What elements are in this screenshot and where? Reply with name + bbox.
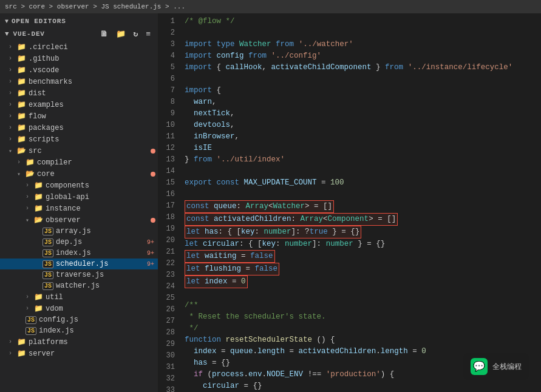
chevron-icon: › bbox=[9, 339, 17, 345]
line-number: 25 bbox=[163, 292, 175, 304]
folder-icon: 📁 bbox=[34, 181, 43, 190]
tree-item-vscode[interactable]: ›📁.vscode bbox=[0, 64, 158, 76]
tree-item-github[interactable]: ›📁.github bbox=[0, 53, 158, 64]
tree-item-compiler[interactable]: ›📁compiler bbox=[0, 157, 158, 168]
tree-item-platforms[interactable]: ›📁platforms bbox=[0, 336, 158, 348]
tree-item-dist[interactable]: ›📁dist bbox=[0, 87, 158, 99]
js-file-icon: JS bbox=[26, 316, 36, 324]
code-line: isIE bbox=[182, 143, 531, 154]
code-editor[interactable]: 1234567891011121314151617181920212223242… bbox=[158, 13, 541, 392]
code-line: * Reset the scheduler's state. bbox=[182, 311, 531, 323]
collapse-button[interactable]: ≡ bbox=[144, 29, 153, 39]
folder-icon: 📁 bbox=[17, 123, 26, 132]
tree-item-scheduler.js[interactable]: JSscheduler.js9+ bbox=[0, 259, 158, 269]
code-line: let flushing = false bbox=[182, 263, 531, 275]
code-area: 1234567891011121314151617181920212223242… bbox=[158, 13, 541, 392]
breadcrumb: src > core > observer > JS scheduler.js … bbox=[5, 3, 185, 10]
watermark: 💬 全栈编程 bbox=[463, 353, 529, 380]
line-number: 11 bbox=[163, 131, 175, 143]
code-content: /* @flow */import type Watcher from '../… bbox=[182, 16, 541, 392]
line-number: 16 bbox=[163, 189, 175, 200]
tree-item-core[interactable]: ▾📂core bbox=[0, 168, 158, 180]
new-folder-button[interactable]: 📁 bbox=[114, 29, 128, 39]
tree-item-config.js[interactable]: JSconfig.js bbox=[0, 314, 158, 325]
tree-item-components[interactable]: ›📁components bbox=[0, 180, 158, 191]
code-line bbox=[182, 27, 531, 39]
chevron-icon: › bbox=[26, 294, 34, 300]
code-line bbox=[182, 189, 531, 200]
code-line bbox=[182, 288, 531, 300]
tree-item-examples[interactable]: ›📁examples bbox=[0, 99, 158, 110]
line-number: 22 bbox=[163, 258, 175, 269]
modified-dot bbox=[151, 172, 155, 177]
tree-item-label: index.js bbox=[56, 249, 147, 257]
tree-item-index2.js[interactable]: JSindex.js bbox=[0, 325, 158, 336]
line-number: 17 bbox=[163, 200, 175, 212]
refresh-button[interactable]: ↻ bbox=[132, 29, 141, 39]
tree-item-label: global-api bbox=[46, 193, 158, 201]
tree-item-vdom[interactable]: ›📁vdom bbox=[0, 303, 158, 314]
js-file-icon: JS bbox=[43, 228, 53, 235]
watermark-icon: 💬 bbox=[471, 358, 488, 375]
tree-item-array.js[interactable]: JSarray.js bbox=[0, 226, 158, 237]
new-file-button[interactable]: 🗎 bbox=[98, 29, 111, 39]
folder-icon: 📁 bbox=[26, 158, 35, 167]
line-number: 27 bbox=[163, 316, 175, 327]
chevron-icon: › bbox=[26, 194, 34, 200]
tree-item-global-api[interactable]: ›📁global-api bbox=[0, 191, 158, 203]
tree-item-instance[interactable]: ›📁instance bbox=[0, 203, 158, 214]
line-numbers: 1234567891011121314151617181920212223242… bbox=[158, 16, 182, 392]
modified-dot bbox=[151, 218, 155, 223]
tree-item-label: flow bbox=[29, 112, 158, 121]
line-number: 33 bbox=[163, 385, 175, 392]
line-number: 13 bbox=[163, 154, 175, 166]
tree-item-label: .github bbox=[29, 55, 158, 63]
chevron-icon: › bbox=[26, 305, 34, 312]
code-line: } from '../util/index' bbox=[182, 154, 531, 166]
js-file-icon: JS bbox=[43, 260, 53, 268]
tree-item-flow[interactable]: ›📁flow bbox=[0, 110, 158, 122]
tree-item-label: index.js bbox=[39, 326, 158, 335]
folder-icon: 📁 bbox=[17, 54, 26, 63]
tree-item-src[interactable]: ▾📂src bbox=[0, 145, 158, 157]
tree-item-packages[interactable]: ›📁packages bbox=[0, 122, 158, 133]
tree-item-dep.js[interactable]: JSdep.js9+ bbox=[0, 237, 158, 248]
tree-item-observer[interactable]: ▾📂observer bbox=[0, 214, 158, 226]
open-editors-header[interactable]: ▼ OPEN EDITORS bbox=[0, 16, 158, 27]
chevron-icon: › bbox=[9, 101, 17, 108]
js-file-icon: JS bbox=[43, 271, 53, 279]
line-number: 28 bbox=[163, 327, 175, 339]
tree-item-server[interactable]: ›📁server bbox=[0, 348, 158, 359]
tree-item-benchmarks[interactable]: ›📁benchmarks bbox=[0, 76, 158, 87]
file-tree: ›📁.circleci›📁.github›📁.vscode›📁benchmark… bbox=[0, 41, 158, 359]
change-badge: 9+ bbox=[147, 261, 154, 268]
js-file-icon: JS bbox=[43, 282, 53, 290]
tree-item-label: platforms bbox=[29, 338, 158, 346]
sidebar: ▼ OPEN EDITORS ▼ VUE-DEV 🗎 📁 ↻ ≡ ›📁.circ… bbox=[0, 13, 158, 392]
line-number: 5 bbox=[163, 62, 175, 73]
code-line: let waiting = false bbox=[182, 250, 531, 263]
chevron-icon: › bbox=[9, 67, 17, 73]
chevron-icon: › bbox=[9, 78, 17, 85]
tree-item-label: scripts bbox=[29, 135, 158, 144]
folder-icon: 📁 bbox=[17, 100, 26, 109]
chevron-icon: › bbox=[9, 55, 17, 62]
folder-icon: 📁 bbox=[17, 77, 26, 86]
code-line: circular = {} bbox=[182, 380, 531, 392]
tree-item-traverse.js[interactable]: JStraverse.js bbox=[0, 269, 158, 280]
vue-dev-toolbar: ▼ VUE-DEV 🗎 📁 ↻ ≡ bbox=[0, 27, 158, 41]
tree-item-label: examples bbox=[29, 101, 158, 109]
chevron-icon: › bbox=[9, 44, 17, 50]
tree-item-circleci[interactable]: ›📁.circleci bbox=[0, 41, 158, 53]
tree-item-label: .circleci bbox=[29, 43, 158, 52]
folder-icon: 📁 bbox=[17, 337, 26, 346]
tree-item-util[interactable]: ›📁util bbox=[0, 291, 158, 303]
tree-item-scripts[interactable]: ›📁scripts bbox=[0, 133, 158, 145]
line-number: 19 bbox=[163, 223, 175, 235]
folder-icon: 📁 bbox=[17, 135, 26, 144]
chevron-icon: › bbox=[9, 136, 17, 143]
tree-item-watcher.js[interactable]: JSwatcher.js bbox=[0, 280, 158, 291]
chevron-icon: › bbox=[9, 124, 17, 131]
tree-item-index.js[interactable]: JSindex.js9+ bbox=[0, 248, 158, 259]
code-line: */ bbox=[182, 323, 531, 334]
